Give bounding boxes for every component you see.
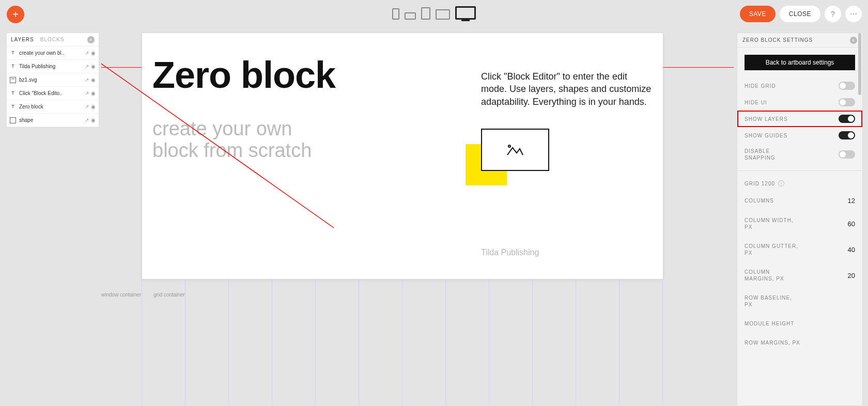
layer-row[interactable]: shape ↗◉ — [7, 114, 99, 127]
help-icon[interactable]: ? — [778, 180, 784, 186]
toggle-switch[interactable] — [839, 115, 855, 123]
toggle-label: HIDE GRID — [745, 83, 776, 89]
text-layer-icon — [10, 64, 16, 70]
canvas-container-labels: window container grid container — [101, 292, 185, 298]
layer-name: shape — [19, 117, 85, 123]
field-column-width: COLUMN WIDTH, PX 60 — [737, 211, 862, 237]
text-layer-icon — [10, 90, 16, 97]
field-row-margins: ROW MARGINS, PX — [737, 333, 862, 352]
tab-blocks[interactable]: BLOCKS — [40, 37, 65, 42]
layers-panel-tabs: LAYERS BLOCKS × — [7, 33, 99, 46]
field-label: MODULE HEIGHT — [745, 320, 794, 327]
device-phone-landscape[interactable] — [405, 12, 416, 20]
device-phone-portrait[interactable] — [392, 8, 399, 20]
toggle-switch[interactable] — [839, 98, 855, 106]
top-right-actions: SAVE CLOSE ? ⋯ — [740, 6, 862, 22]
unlock-icon[interactable]: ↗ — [85, 90, 89, 96]
panel-scrollbar[interactable] — [858, 33, 861, 95]
field-column-margins: COLUMN MARGINS, PX 20 — [737, 262, 862, 288]
toggle-switch[interactable] — [839, 82, 855, 90]
layer-row[interactable]: Tilda Publishing ↗◉ — [7, 60, 99, 73]
field-label: COLUMN WIDTH, PX — [745, 217, 801, 230]
artboard-heading[interactable]: Zero block — [152, 54, 335, 96]
visibility-icon[interactable]: ◉ — [91, 50, 96, 56]
layers-panel-close[interactable]: × — [87, 36, 95, 43]
field-label: ROW BASELINE, PX — [745, 294, 801, 308]
grid-container-label: grid container — [153, 292, 185, 298]
settings-panel-title-text: ZERO BLOCK SETTINGS — [742, 37, 813, 43]
toggle-hide-grid: HIDE GRID — [737, 77, 862, 94]
device-desktop[interactable] — [455, 6, 476, 20]
image-placeholder[interactable] — [481, 129, 549, 171]
unlock-icon[interactable]: ↗ — [85, 77, 89, 83]
section-divider — [737, 170, 862, 171]
device-tablet-landscape[interactable] — [436, 9, 450, 20]
add-element-button[interactable]: + — [7, 6, 24, 23]
field-column-gutter: COLUMN GUTTER, PX 40 — [737, 237, 862, 262]
artboard[interactable]: Zero block create your own block from sc… — [142, 33, 663, 279]
visibility-icon[interactable]: ◉ — [91, 117, 96, 123]
unlock-icon[interactable]: ↗ — [85, 104, 89, 110]
field-value[interactable]: 40 — [848, 246, 855, 254]
device-tablet-portrait[interactable] — [421, 7, 430, 20]
text-layer-icon — [10, 50, 16, 56]
unlock-icon[interactable]: ↗ — [85, 117, 89, 123]
toggle-switch[interactable] — [839, 131, 855, 139]
layer-name: bz1.svg — [19, 77, 85, 83]
visibility-icon[interactable]: ◉ — [91, 90, 96, 96]
field-label: ROW MARGINS, PX — [745, 339, 800, 346]
svg-point-0 — [508, 145, 510, 147]
visibility-icon[interactable]: ◉ — [91, 77, 96, 83]
layer-name: create your own bl.. — [19, 50, 85, 56]
unlock-icon[interactable]: ↗ — [85, 50, 89, 56]
close-button[interactable]: CLOSE — [780, 6, 820, 22]
layer-row[interactable]: bz1.svg ↗◉ — [7, 73, 99, 87]
visibility-icon[interactable]: ◉ — [91, 104, 96, 110]
field-label: COLUMNS — [745, 197, 774, 204]
toggle-switch[interactable] — [839, 150, 855, 159]
layer-row[interactable]: Zero block ↗◉ — [7, 100, 99, 114]
artboard-description[interactable]: Click "Block Editor" to enter the edit m… — [481, 70, 652, 108]
field-value[interactable]: 12 — [848, 197, 855, 205]
image-layer-icon — [10, 77, 16, 83]
grid-section-label: GRID 1200 — [745, 181, 775, 186]
subheading-line: block from scratch — [152, 139, 312, 161]
artboard-subheading[interactable]: create your own block from scratch — [152, 118, 312, 162]
more-menu-button[interactable]: ⋯ — [845, 6, 862, 22]
canvas[interactable]: Zero block create your own block from sc… — [101, 33, 734, 406]
subheading-line: create your own — [152, 118, 292, 139]
top-toolbar: + SAVE CLOSE ? ⋯ — [0, 0, 868, 29]
toggle-label: SHOW LAYERS — [745, 116, 788, 122]
settings-panel-close[interactable]: × — [850, 37, 857, 44]
field-value[interactable]: 20 — [848, 272, 855, 279]
toggle-disable-snapping: DISABLE SNAPPING — [737, 144, 862, 165]
field-value[interactable]: 60 — [848, 220, 855, 228]
help-button[interactable]: ? — [825, 6, 841, 22]
field-row-baseline: ROW BASELINE, PX — [737, 288, 862, 314]
layer-name: Tilda Publishing — [19, 64, 85, 69]
layer-name: Zero block — [19, 104, 85, 110]
shape-layer-icon — [10, 117, 16, 123]
toggle-label: HIDE UI — [745, 99, 767, 106]
toggle-label: SHOW GUIDES — [745, 132, 787, 139]
field-module-height: MODULE HEIGHT — [737, 314, 862, 333]
save-button[interactable]: SAVE — [740, 6, 776, 22]
toggle-label: DISABLE SNAPPING — [745, 148, 801, 161]
toggle-show-guides: SHOW GUIDES — [737, 127, 862, 144]
field-label: COLUMN MARGINS, PX — [745, 269, 801, 282]
window-container-label: window container — [101, 292, 141, 298]
unlock-icon[interactable]: ↗ — [85, 64, 89, 69]
toggle-show-layers: SHOW LAYERS — [737, 111, 862, 127]
layers-panel: LAYERS BLOCKS × create your own bl.. ↗◉ … — [6, 33, 99, 128]
layer-row[interactable]: create your own bl.. ↗◉ — [7, 46, 99, 60]
artboard-footer-text[interactable]: Tilda Publishing — [481, 248, 539, 257]
tab-layers[interactable]: LAYERS — [11, 37, 34, 42]
back-to-artboard-button[interactable]: Back to artboard settings — [745, 55, 855, 70]
layer-row[interactable]: Click "Block Edito.. ↗◉ — [7, 87, 99, 100]
visibility-icon[interactable]: ◉ — [91, 64, 96, 69]
field-columns: COLUMNS 12 — [737, 191, 862, 211]
toggle-hide-ui: HIDE UI — [737, 94, 862, 111]
image-placeholder-icon — [506, 144, 524, 156]
device-preview-switch — [392, 6, 476, 20]
layer-name: Click "Block Edito.. — [19, 90, 85, 96]
